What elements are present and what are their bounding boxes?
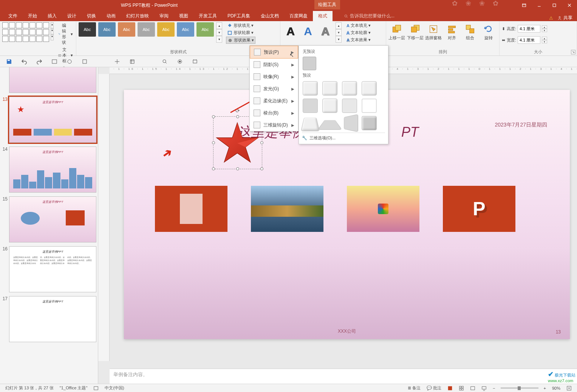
sorter-view-icon[interactable] <box>456 386 467 391</box>
rotate-button[interactable]: 旋转 <box>480 22 497 45</box>
height-input[interactable] <box>518 25 540 32</box>
tab-home[interactable]: 开始 <box>23 11 42 21</box>
qat-icon[interactable] <box>128 57 137 66</box>
share-button[interactable]: 共享 <box>557 15 572 21</box>
style-swatch[interactable]: Abc <box>79 22 96 37</box>
text-fill-button[interactable]: A文本填充 ▾ <box>345 22 372 29</box>
style-more[interactable]: ▾ <box>216 36 222 43</box>
language-indicator[interactable]: 中文(中国) <box>102 385 127 391</box>
shape-fill-button[interactable]: 形状填充 ▾ <box>226 22 255 29</box>
tab-animation[interactable]: 动画 <box>101 11 121 21</box>
reading-view-icon[interactable] <box>467 386 478 391</box>
slide-image[interactable] <box>347 186 419 232</box>
zoom-percent[interactable]: 90% <box>549 386 563 390</box>
fx-3d-rotation-item[interactable]: 三维旋转(D)▶ <box>250 119 298 131</box>
shape-outline-button[interactable]: 形状轮廓 ▾ <box>226 29 255 36</box>
style-swatch[interactable]: Abc <box>196 22 214 37</box>
wordart-scroll-up[interactable]: ▴ <box>336 22 342 29</box>
zoom-slider[interactable] <box>501 387 538 389</box>
comments-toggle[interactable]: 💬 批注 <box>424 385 444 391</box>
resize-handle[interactable] <box>212 115 215 118</box>
notes-pane[interactable]: 举例备注内容。 <box>110 369 577 384</box>
shape-style-gallery[interactable]: Abc Abc Abc Abc Abc Abc Abc <box>79 22 214 37</box>
text-box-button[interactable]: 文本框 ▾ <box>57 46 74 64</box>
text-outline-button[interactable]: A文本轮廓 ▾ <box>345 29 372 36</box>
slide-thumbnails-pane[interactable]: 13 这里是举例PPT ★ 14 这里是举例PPT <box>0 67 98 384</box>
thumbnail[interactable]: 17 这里是举例PPT <box>0 296 96 342</box>
style-scroll-down[interactable]: ▾ <box>216 29 222 36</box>
preset-thumb[interactable] <box>342 81 357 96</box>
edit-shape-button[interactable]: 编辑形状 ▾ <box>57 22 74 46</box>
three-d-options-link[interactable]: 🔧 三维选项(O)... <box>302 133 385 141</box>
style-swatch[interactable]: Abc <box>177 22 194 37</box>
width-down[interactable]: ▾ <box>542 40 547 43</box>
tab-kingsoft-docs[interactable]: 金山文档 <box>255 11 284 21</box>
qat-icon[interactable] <box>175 57 184 66</box>
wordart-scroll-down[interactable]: ▾ <box>336 29 342 36</box>
close-icon[interactable] <box>562 0 577 11</box>
tab-format[interactable]: 格式 <box>313 11 333 21</box>
fx-bevel-item[interactable]: 棱台(B)▶ <box>250 107 298 119</box>
preset-thumb[interactable] <box>303 99 318 113</box>
maximize-icon[interactable] <box>547 0 562 11</box>
spellcheck-icon[interactable] <box>90 386 102 391</box>
resize-handle[interactable] <box>236 167 239 170</box>
tab-developer[interactable]: 开发工具 <box>193 11 222 21</box>
tab-baidu-cloud[interactable]: 百度网盘 <box>284 11 313 21</box>
zoom-out-icon[interactable]: − <box>490 386 498 390</box>
fx-preset-item[interactable]: 预设(P) ▶ ↖ <box>250 46 298 59</box>
preset-thumb[interactable] <box>322 99 337 113</box>
fx-soft-edges-item[interactable]: 柔化边缘(E)▶ <box>250 95 298 107</box>
style-swatch[interactable]: Abc <box>138 22 155 37</box>
resize-handle[interactable] <box>260 141 263 144</box>
slideshow-view-icon[interactable] <box>478 386 490 391</box>
tab-view[interactable]: 视图 <box>174 11 193 21</box>
fx-shadow-item[interactable]: 阴影(S)▶ <box>250 59 298 71</box>
gallery-scroll-up[interactable]: ▴ <box>51 22 54 28</box>
text-effects-button[interactable]: A文本效果 ▾ <box>345 37 372 43</box>
thumbnail[interactable]: 15 这里是举例PPT <box>0 196 96 242</box>
gallery-more[interactable]: ▾ <box>51 34 54 40</box>
size-dialog-launcher[interactable]: ↘ <box>571 50 575 54</box>
qat-icon[interactable] <box>80 57 89 66</box>
no-preset-swatch[interactable] <box>303 57 316 70</box>
style-swatch[interactable]: Abc <box>157 22 175 37</box>
resize-handle[interactable] <box>212 167 215 170</box>
preset-thumb[interactable] <box>303 81 318 96</box>
preset-thumb[interactable] <box>322 81 337 96</box>
qat-icon[interactable] <box>190 57 200 66</box>
preset-thumb[interactable] <box>301 118 320 131</box>
thumbnail[interactable] <box>0 67 96 93</box>
zoom-in-icon[interactable]: + <box>541 386 549 390</box>
qat-icon[interactable] <box>160 57 169 66</box>
preset-thumb[interactable] <box>344 114 358 132</box>
style-swatch[interactable]: Abc <box>118 22 135 37</box>
preset-thumb[interactable] <box>362 81 377 96</box>
bring-forward-button[interactable]: 上移一层 <box>388 22 405 45</box>
notes-toggle[interactable]: ≣ 备注 <box>405 385 424 391</box>
thumbnail[interactable]: 14 这里是举例PPT <box>0 147 96 193</box>
slide-image[interactable] <box>251 186 323 232</box>
thumbnail[interactable]: 16 这里是举例PPT 这里是举例文本内容。这里是举例文本内容。这里是举例文本内… <box>0 246 96 292</box>
resize-handle[interactable] <box>260 167 263 170</box>
slide-image[interactable] <box>155 186 227 232</box>
style-scroll-up[interactable]: ▴ <box>216 22 222 29</box>
fx-reflection-item[interactable]: 映像(R)▶ <box>250 71 298 83</box>
minimize-icon[interactable] <box>532 0 547 11</box>
wordart-swatch[interactable]: A <box>300 22 316 40</box>
height-down[interactable]: ▾ <box>542 29 547 32</box>
resize-handle[interactable] <box>236 115 239 118</box>
ribbon-options-icon[interactable] <box>517 0 532 11</box>
tab-file[interactable]: 文件 <box>3 11 23 21</box>
preset-thumb[interactable] <box>317 120 342 130</box>
tab-design[interactable]: 设计 <box>62 11 82 21</box>
normal-view-icon[interactable] <box>444 386 456 391</box>
selection-pane-button[interactable]: 选择窗格 <box>425 22 442 45</box>
group-button[interactable]: 组合 <box>462 22 479 45</box>
wordart-more[interactable]: ▾ <box>336 36 342 43</box>
width-up[interactable]: ▴ <box>542 37 547 40</box>
preset-thumb[interactable] <box>362 116 377 130</box>
tab-insert[interactable]: 插入 <box>42 11 62 21</box>
tab-pdf-tools[interactable]: PDF工具集 <box>222 11 255 21</box>
slide-counter[interactable]: 幻灯片 第 13 张，共 27 张 <box>2 385 57 391</box>
